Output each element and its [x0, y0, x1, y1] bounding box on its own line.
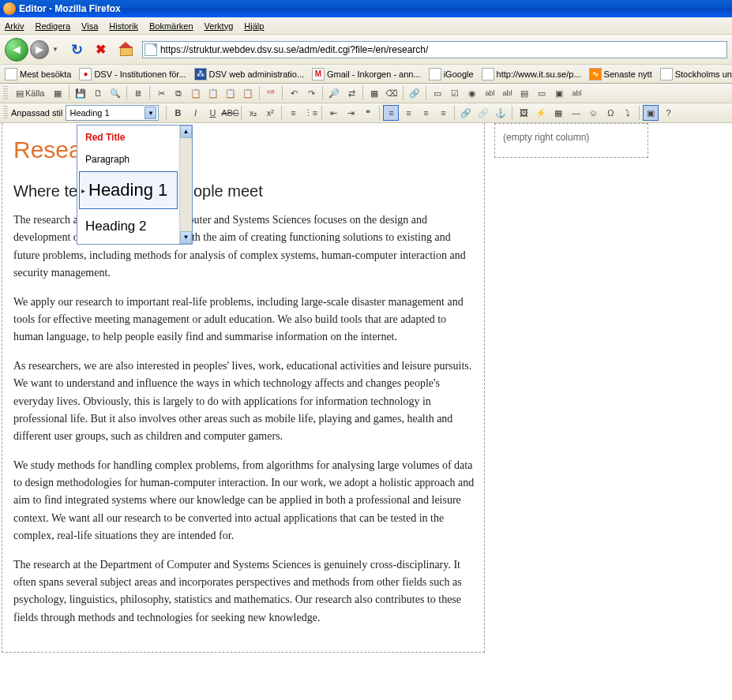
specialchar-button[interactable]: Ω	[602, 105, 618, 121]
menu-redigera[interactable]: Redigera	[35, 21, 70, 31]
forward-button[interactable]: ►	[30, 40, 49, 59]
image-button[interactable]: 🖼	[516, 105, 531, 121]
cut-button[interactable]: ✂	[153, 85, 169, 101]
align-left-button[interactable]: ≡	[383, 105, 399, 121]
indent-button[interactable]: ⇥	[343, 105, 358, 121]
newpage-button[interactable]: 🗋	[90, 85, 106, 101]
strike-button[interactable]: ABC	[222, 105, 238, 121]
bookmark-igoogle[interactable]: iGoogle	[429, 68, 474, 80]
menu-arkiv[interactable]: Arkiv	[5, 21, 24, 31]
save-button[interactable]: 💾	[73, 85, 88, 101]
style-value: Heading 1	[69, 108, 109, 118]
doc-paragraph[interactable]: As researchers, we are also interested i…	[13, 357, 475, 446]
bookmark-gmail[interactable]: MGmail - Inkorgen - ann...	[312, 68, 421, 80]
bookmark-itsu[interactable]: http://www.it.su.se/p...	[482, 68, 581, 80]
unlink-button[interactable]: 🔗	[475, 105, 491, 121]
select-button[interactable]: ▤	[516, 85, 532, 101]
right-column[interactable]: (empty right column)	[494, 123, 648, 158]
menu-visa[interactable]: Visa	[81, 21, 98, 31]
copy-button[interactable]: ⧉	[171, 85, 186, 101]
doc-paragraph[interactable]: The research at the Department of Comput…	[13, 556, 475, 627]
italic-button[interactable]: I	[187, 105, 203, 121]
print-button[interactable]: 🗎	[130, 85, 146, 101]
menu-hjalp[interactable]: Hjälp	[244, 21, 264, 31]
menu-bokmarken[interactable]: Bokmärken	[149, 21, 193, 31]
google-icon	[429, 68, 441, 80]
smiley-button[interactable]: ☺	[585, 105, 601, 121]
align-center-button[interactable]: ≡	[400, 105, 416, 121]
source-button[interactable]: ▤ Källa	[12, 85, 48, 101]
link2-button[interactable]: 🔗	[458, 105, 474, 121]
ol-button[interactable]: ≡	[285, 105, 301, 121]
redo-button[interactable]: ↷	[303, 85, 319, 101]
selectall-button[interactable]: ▦	[366, 85, 382, 101]
paste-word-button[interactable]: 📋	[223, 85, 238, 101]
bookmark-senaste[interactable]: ∿Senaste nytt	[589, 68, 652, 80]
scroll-up-icon[interactable]: ▲	[180, 125, 192, 138]
subscript-button[interactable]: x₂	[245, 105, 261, 121]
radio-button[interactable]: ◉	[464, 85, 480, 101]
replace-button[interactable]: ⇄	[343, 85, 359, 101]
checkbox-button[interactable]: ☑	[447, 85, 463, 101]
removeformat-button[interactable]: ⌫	[384, 85, 400, 101]
underline-button[interactable]: U	[205, 105, 220, 121]
style-option-red-title[interactable]: Red Title	[79, 127, 178, 148]
style-option-heading1[interactable]: Heading 1	[79, 171, 178, 209]
menu-historik[interactable]: Historik	[109, 21, 138, 31]
jp-flag-icon	[79, 68, 92, 80]
link-button[interactable]: 🔗	[407, 85, 422, 101]
back-button[interactable]: ◄	[5, 38, 28, 62]
doc-paragraph[interactable]: We study methods for handling complex pr…	[13, 457, 475, 545]
toolbar-grip[interactable]	[3, 106, 8, 120]
editable-content[interactable]: Research Where technology and people mee…	[2, 123, 485, 653]
pagebreak-button[interactable]: ⤵	[620, 105, 636, 121]
stop-button[interactable]: ✖	[96, 42, 106, 57]
editor-toolbar-1: ▤ Källa ▦ 💾 🗋 🔍 🗎 ✂ ⧉ 📋 📋 📋 📋 ᴬᴮ ↶ ↷ 🔎 ⇄…	[0, 84, 732, 103]
paste-special-button[interactable]: 📋	[240, 85, 256, 101]
undo-button[interactable]: ↶	[286, 85, 302, 101]
paste-text-button[interactable]: 📋	[205, 85, 221, 101]
blockquote-button[interactable]: ❝	[360, 105, 376, 121]
home-button[interactable]	[118, 43, 133, 56]
hidden-button[interactable]: abl	[569, 85, 584, 101]
align-justify-button[interactable]: ≡	[435, 105, 451, 121]
url-bar[interactable]	[142, 41, 727, 58]
maximize-button[interactable]: ▣	[643, 105, 659, 121]
style-option-paragraph[interactable]: Paragraph	[79, 149, 178, 170]
template-button[interactable]: ▦	[50, 85, 66, 101]
imagebutton-button[interactable]: ▣	[551, 85, 567, 101]
editor-toolbar-2: Anpassad stil Heading 1 ▼ B I U ABC x₂ x…	[0, 103, 732, 123]
superscript-button[interactable]: x²	[262, 105, 278, 121]
anchor-button[interactable]: ⚓	[493, 105, 509, 121]
hr-button[interactable]: —	[568, 105, 584, 121]
outdent-button[interactable]: ⇤	[325, 105, 341, 121]
form-button[interactable]: ▭	[430, 85, 445, 101]
preview-button[interactable]: 🔍	[107, 85, 123, 101]
flash-button[interactable]: ⚡	[533, 105, 549, 121]
style-option-heading2[interactable]: Heading 2	[79, 211, 178, 242]
textfield-button[interactable]: abl	[482, 85, 497, 101]
toolbar-grip[interactable]	[3, 86, 8, 100]
scroll-down-icon[interactable]: ▼	[180, 231, 192, 244]
paste-button[interactable]: 📋	[188, 85, 204, 101]
doc-paragraph[interactable]: We apply our research to important real-…	[13, 294, 475, 346]
spellcheck-button[interactable]: ᴬᴮ	[263, 85, 279, 101]
button-button[interactable]: ▭	[534, 85, 550, 101]
textarea-button[interactable]: abl	[499, 85, 515, 101]
ul-button[interactable]: ⋮≡	[302, 105, 318, 121]
bold-button[interactable]: B	[170, 105, 186, 121]
menu-verktyg[interactable]: Verktyg	[205, 21, 234, 31]
reload-button[interactable]: ↻	[71, 41, 83, 58]
popup-scrollbar[interactable]: ▲ ▼	[179, 125, 192, 244]
align-right-button[interactable]: ≡	[418, 105, 434, 121]
table-button[interactable]: ▦	[550, 105, 566, 121]
find-button[interactable]: 🔎	[326, 85, 342, 101]
url-input[interactable]	[160, 44, 725, 55]
about-button[interactable]: ?	[660, 105, 676, 121]
bookmark-dsvweb[interactable]: ⁂DSV web administratio...	[194, 68, 304, 80]
bookmark-most-visited[interactable]: Mest besökta	[5, 68, 71, 80]
bookmark-dsv[interactable]: DSV - Institutionen för...	[79, 68, 186, 80]
style-dropdown[interactable]: Heading 1 ▼	[66, 105, 159, 121]
bookmark-stockholm[interactable]: Stockholms univers	[660, 68, 732, 80]
history-dropdown-icon[interactable]: ▼	[52, 46, 58, 53]
